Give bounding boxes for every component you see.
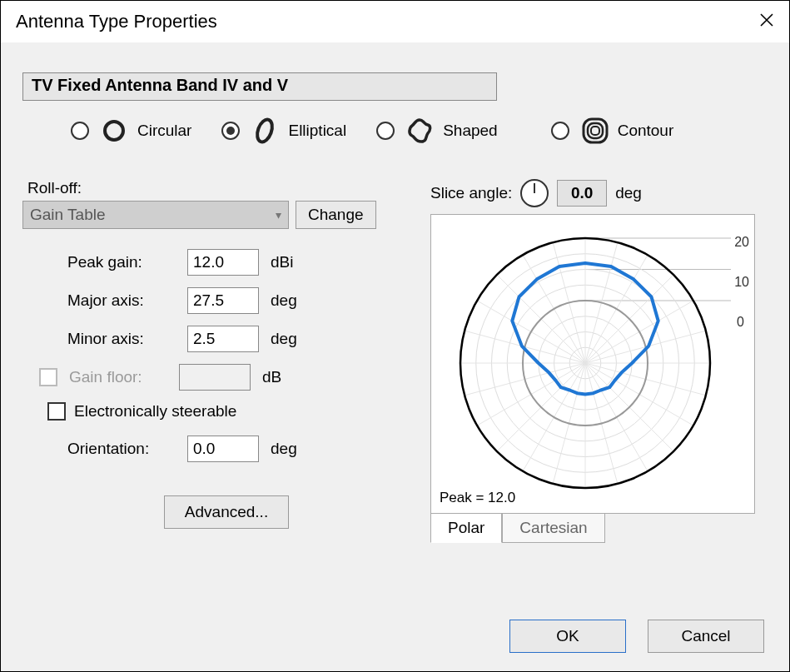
- steerable-checkbox[interactable]: [47, 402, 66, 421]
- minor-axis-unit: deg: [271, 330, 312, 348]
- orientation-input[interactable]: [187, 436, 259, 462]
- label-shaped: Shaped: [443, 122, 498, 140]
- dialog-window: Antenna Type Properties TV Fixed Antenna…: [0, 0, 790, 672]
- svg-rect-4: [591, 127, 599, 135]
- svg-rect-3: [588, 123, 603, 138]
- orientation-unit: deg: [271, 440, 312, 458]
- shaped-icon: [405, 116, 435, 146]
- polar-chart: Peak = 12.0 20 10 0: [430, 214, 755, 514]
- slice-value[interactable]: 0.0: [557, 180, 607, 207]
- chart-tabs: Polar Cartesian: [430, 513, 768, 543]
- radio-shaped[interactable]: [376, 122, 395, 140]
- label-elliptical: Elliptical: [288, 122, 346, 140]
- peak-gain-label: Peak gain:: [67, 253, 176, 271]
- peak-readout: Peak = 12.0: [440, 490, 515, 506]
- tick-0: 0: [737, 315, 744, 330]
- gain-floor-label: Gain floor:: [69, 368, 167, 386]
- tab-cartesian[interactable]: Cartesian: [502, 513, 604, 543]
- rolloff-value: Gain Table: [30, 206, 106, 224]
- label-circular: Circular: [137, 122, 191, 140]
- minor-axis-label: Minor axis:: [67, 330, 176, 348]
- peak-gain-unit: dBi: [271, 253, 312, 271]
- label-contour: Contour: [618, 122, 674, 140]
- circle-icon: [99, 116, 129, 146]
- radio-contour[interactable]: [551, 122, 569, 140]
- rolloff-select[interactable]: Gain Table ▾: [22, 201, 289, 229]
- gain-floor-input: [179, 364, 251, 391]
- tick-20: 20: [734, 235, 749, 250]
- ok-button[interactable]: OK: [509, 620, 626, 653]
- gain-floor-unit: dB: [262, 368, 304, 386]
- shape-selector: Circular Elliptical Shaped Contour: [71, 116, 768, 146]
- slice-unit: deg: [615, 184, 642, 202]
- window-title: Antenna Type Properties: [16, 11, 217, 32]
- antenna-name-field[interactable]: TV Fixed Antenna Band IV and V: [22, 72, 497, 101]
- slice-label: Slice angle:: [430, 184, 512, 202]
- peak-gain-input[interactable]: [187, 249, 259, 276]
- orientation-label: Orientation:: [67, 440, 176, 458]
- titlebar: Antenna Type Properties: [1, 1, 789, 42]
- svg-point-0: [105, 122, 123, 140]
- tick-10: 10: [734, 275, 749, 290]
- radio-elliptical[interactable]: [221, 122, 240, 140]
- change-button[interactable]: Change: [296, 201, 376, 229]
- major-axis-input[interactable]: [187, 287, 259, 314]
- advanced-button[interactable]: Advanced...: [164, 495, 289, 529]
- contour-icon: [579, 116, 609, 146]
- major-axis-label: Major axis:: [67, 291, 176, 310]
- svg-point-1: [255, 117, 276, 144]
- major-axis-unit: deg: [271, 291, 312, 310]
- slice-knob[interactable]: [520, 179, 549, 207]
- gain-floor-checkbox: [39, 368, 57, 386]
- cancel-button[interactable]: Cancel: [648, 620, 764, 653]
- tab-polar[interactable]: Polar: [430, 513, 502, 543]
- radio-circular[interactable]: [71, 122, 89, 140]
- ellipse-icon: [250, 116, 280, 146]
- steerable-label: Electronically steerable: [74, 402, 236, 421]
- minor-axis-input[interactable]: [187, 326, 259, 352]
- close-icon[interactable]: [759, 11, 774, 32]
- polar-plot-svg: [431, 215, 754, 513]
- rolloff-label: Roll-off:: [27, 179, 405, 197]
- chevron-down-icon: ▾: [276, 208, 281, 222]
